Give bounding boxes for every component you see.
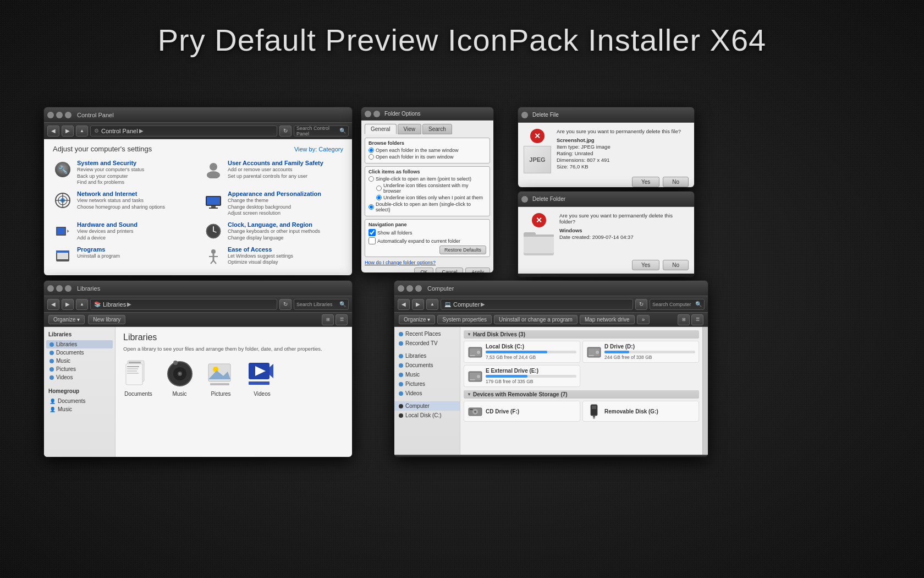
organize-button[interactable]: Organize ▾ bbox=[48, 315, 85, 324]
click-underline-browser[interactable]: Underline icon titles consistent with my… bbox=[369, 183, 486, 194]
folder-options-link[interactable]: How do I change folder options? bbox=[365, 260, 490, 265]
comp-search-input[interactable]: Search Computer 🔍 bbox=[650, 299, 705, 310]
sidebar-item-libraries[interactable]: Libraries bbox=[46, 340, 113, 348]
sidebar-libraries[interactable]: Libraries bbox=[394, 351, 460, 361]
cancel-button[interactable]: Cancel bbox=[436, 268, 463, 272]
cp-item-ease[interactable]: Ease of Access Let Windows suggest setti… bbox=[204, 246, 343, 266]
no-folder-button[interactable]: No bbox=[663, 260, 689, 270]
comp-max-btn[interactable] bbox=[415, 285, 422, 292]
comp-more-btn[interactable]: » bbox=[637, 315, 650, 324]
lib-fwd-btn[interactable]: ▶ bbox=[62, 299, 74, 310]
view-list-icon[interactable]: ☰ bbox=[336, 314, 348, 325]
yes-folder-button[interactable]: Yes bbox=[632, 260, 659, 270]
comp-uninstall-btn[interactable]: Uninstall or change a program bbox=[494, 315, 578, 324]
sidebar-local-disk[interactable]: Local Disk (C:) bbox=[394, 411, 460, 420]
comp-back-btn[interactable]: ◀ bbox=[398, 299, 410, 310]
sidebar-videos[interactable]: Videos bbox=[394, 389, 460, 398]
cp-item-programs[interactable]: Programs Uninstall a program bbox=[53, 246, 193, 266]
click-single[interactable]: Single-click to open an item (point to s… bbox=[369, 176, 486, 182]
sidebar-music[interactable]: Music bbox=[394, 370, 460, 379]
no-button[interactable]: No bbox=[663, 177, 689, 187]
cp-item-appearance[interactable]: Appearance and Personalization Change th… bbox=[204, 190, 343, 217]
apply-button[interactable]: Apply bbox=[465, 268, 490, 272]
lib-search-input[interactable]: Search Libraries 🔍 bbox=[294, 299, 349, 310]
sidebar-recent-places[interactable]: Recent Places bbox=[394, 329, 460, 339]
sidebar-recorded-tv[interactable]: Recorded TV bbox=[394, 339, 460, 348]
sidebar-item-documents[interactable]: Documents bbox=[46, 348, 113, 357]
recent-dot bbox=[399, 332, 403, 336]
browse-same-window[interactable]: Open each folder in the same window bbox=[369, 148, 486, 153]
sidebar-documents[interactable]: Documents bbox=[394, 361, 460, 370]
comp-fwd-btn[interactable]: ▶ bbox=[412, 299, 424, 310]
comp-min-btn[interactable] bbox=[406, 285, 413, 292]
del-folder-info: Are you sure you want to permanently del… bbox=[559, 212, 689, 257]
pictures-library-item[interactable]: Pictures bbox=[206, 358, 236, 397]
documents-library-item[interactable]: Documents bbox=[123, 358, 153, 397]
close-button[interactable] bbox=[47, 112, 54, 118]
tab-general[interactable]: General bbox=[365, 124, 397, 134]
cd-drive[interactable]: CD Drive (F:) bbox=[464, 401, 580, 422]
lib-refresh-btn[interactable]: ↻ bbox=[279, 299, 292, 310]
new-library-button[interactable]: New library bbox=[88, 315, 125, 324]
search-input[interactable]: Search Control Panel 🔍 bbox=[294, 126, 349, 137]
sidebar-item-pictures[interactable]: Pictures bbox=[46, 365, 113, 373]
lib-max-btn[interactable] bbox=[65, 285, 72, 292]
lib-up-btn[interactable]: ▲ bbox=[76, 299, 88, 310]
ok-button[interactable]: OK bbox=[414, 268, 433, 272]
lib-close-btn[interactable] bbox=[47, 285, 54, 292]
sidebar-item-music[interactable]: Music bbox=[46, 357, 113, 365]
cp-item-users[interactable]: User Accounts and Family Safety Add or r… bbox=[204, 160, 343, 186]
lib-back-btn[interactable]: ◀ bbox=[47, 299, 59, 310]
removable-g[interactable]: Removable Disk (G:) bbox=[582, 401, 699, 422]
comp-address-path[interactable]: 💻 Computer ▶ bbox=[441, 299, 633, 310]
cp-item-hardware[interactable]: Hardware and Sound View devices and prin… bbox=[53, 221, 193, 241]
cp-item-clock[interactable]: Clock, Language, and Region Change keybo… bbox=[204, 221, 343, 241]
drive-e[interactable]: E External Drive (E:) 179 GB free of 335… bbox=[464, 365, 580, 387]
up-button[interactable]: ▲ bbox=[76, 126, 88, 137]
nav-auto-expand[interactable]: Automatically expand to current folder bbox=[369, 237, 486, 244]
drive-d[interactable]: D Drive (D:) 244 GB free of 338 GB bbox=[582, 341, 699, 363]
sidebar-computer[interactable]: Computer bbox=[394, 401, 460, 411]
address-path[interactable]: ⚙ Control Panel ▶ bbox=[90, 126, 277, 137]
comp-up-btn[interactable]: ▲ bbox=[426, 299, 438, 310]
dfo-close-btn[interactable] bbox=[521, 196, 528, 203]
comp-organize-btn[interactable]: Organize ▾ bbox=[399, 315, 435, 324]
comp-sysprops-btn[interactable]: System properties bbox=[437, 315, 492, 324]
cp-item-system[interactable]: 🔧 System and Security Review your comput… bbox=[53, 160, 193, 186]
click-double[interactable]: Double-click to open an item (single-cli… bbox=[369, 201, 486, 212]
cp-item-network[interactable]: Network and Internet View network status… bbox=[53, 190, 193, 217]
fo-close-btn[interactable] bbox=[365, 111, 371, 117]
tab-view[interactable]: View bbox=[398, 124, 422, 134]
restore-defaults-button[interactable]: Restore Defaults bbox=[439, 246, 486, 254]
comp-close-btn[interactable] bbox=[398, 285, 404, 292]
yes-button[interactable]: Yes bbox=[632, 177, 659, 187]
sidebar-item-marika[interactable]: 👤 Documents bbox=[46, 397, 113, 405]
videos-library-item[interactable]: Videos bbox=[247, 358, 277, 397]
view-by-dropdown[interactable]: Category bbox=[318, 146, 343, 152]
comp-list-btn[interactable]: ☰ bbox=[691, 314, 703, 325]
back-button[interactable]: ◀ bbox=[47, 126, 59, 137]
click-underline-point[interactable]: Underline icon titles only when I point … bbox=[369, 195, 486, 200]
nav-show-folders[interactable]: Show all folders bbox=[369, 229, 486, 236]
refresh-button[interactable]: ↻ bbox=[279, 126, 292, 137]
sidebar-pictures[interactable]: Pictures bbox=[394, 379, 460, 389]
tab-search[interactable]: Search bbox=[422, 124, 452, 134]
comp-view-btn[interactable]: ⊞ bbox=[678, 314, 690, 325]
sidebar-item-videos[interactable]: Videos bbox=[46, 373, 113, 381]
comp-mapnetwork-btn[interactable]: Map network drive bbox=[580, 315, 635, 324]
lib-min-btn[interactable] bbox=[56, 285, 63, 292]
music-library-item[interactable]: Music bbox=[164, 358, 195, 397]
minimize-button[interactable] bbox=[56, 112, 63, 118]
computer-scrollbar[interactable] bbox=[702, 327, 708, 455]
sidebar-item-nils[interactable]: 👤 Music bbox=[46, 405, 113, 413]
fo-min-btn[interactable] bbox=[373, 111, 380, 117]
browse-own-window[interactable]: Open each folder in its own window bbox=[369, 154, 486, 160]
forward-button[interactable]: ▶ bbox=[62, 126, 74, 137]
computer-window: Computer ◀ ▶ ▲ 💻 Computer ▶ ↻ Search Com… bbox=[394, 281, 708, 457]
view-large-icon[interactable]: ⊞ bbox=[322, 314, 334, 325]
comp-refresh-btn[interactable]: ↻ bbox=[635, 299, 647, 310]
df-close-btn[interactable] bbox=[521, 112, 528, 118]
lib-address-path[interactable]: 📚 Libraries ▶ bbox=[90, 299, 277, 310]
maximize-button[interactable] bbox=[65, 112, 72, 118]
drive-c[interactable]: Local Disk (C:) 7,53 GB free of 24,4 GB bbox=[464, 341, 580, 363]
